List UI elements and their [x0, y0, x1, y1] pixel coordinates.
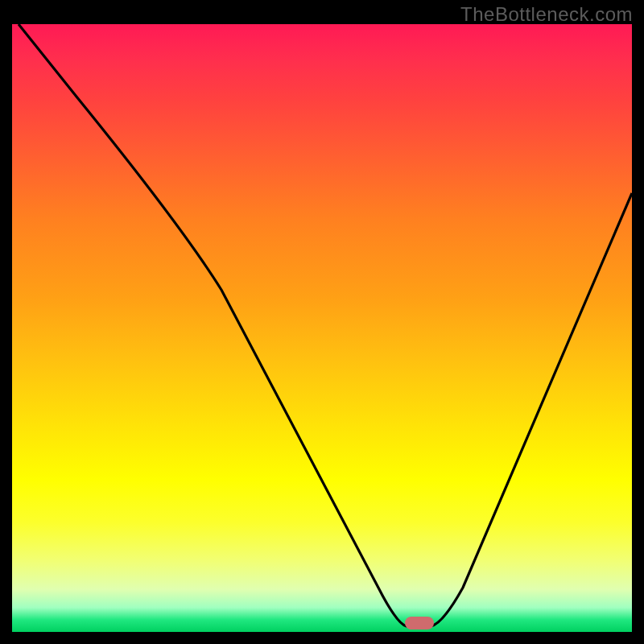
bottleneck-curve [12, 24, 632, 632]
watermark-text: TheBottleneck.com [460, 3, 633, 26]
curve-path [19, 24, 632, 626]
chart-frame: TheBottleneck.com [0, 0, 644, 644]
plot-area [12, 24, 632, 632]
optimal-marker [405, 617, 434, 630]
